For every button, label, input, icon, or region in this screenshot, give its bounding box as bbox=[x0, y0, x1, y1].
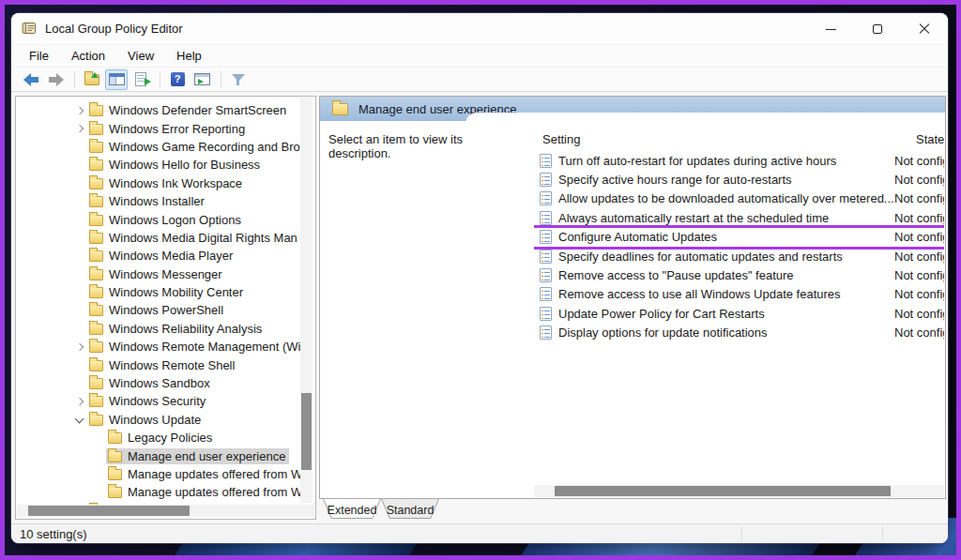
setting-row[interactable]: Update Power Policy for Cart Restarts No… bbox=[534, 304, 944, 323]
menu-action[interactable]: Action bbox=[60, 46, 116, 66]
setting-row[interactable]: Allow updates to be downloaded automatic… bbox=[534, 189, 944, 208]
tree-item[interactable]: Windows Sandbox bbox=[16, 374, 315, 392]
tree-item[interactable]: Windows Update bbox=[16, 411, 315, 429]
toolbar-forward-button[interactable] bbox=[44, 69, 67, 90]
toolbar-back-button[interactable] bbox=[20, 69, 42, 90]
menu-help[interactable]: Help bbox=[165, 46, 213, 66]
tree-item[interactable]: Windows Hello for Business bbox=[16, 156, 315, 174]
tree-item[interactable]: Windows Remote Management (Wi bbox=[16, 338, 315, 356]
chevron-icon[interactable] bbox=[72, 341, 87, 354]
chevron-icon[interactable] bbox=[91, 468, 106, 481]
tree-item-label: Windows Update bbox=[109, 413, 201, 427]
chevron-icon[interactable] bbox=[91, 486, 106, 499]
setting-row[interactable]: Remove access to "Pause updates" feature… bbox=[534, 265, 944, 284]
tree-item-label: Manage end user experience bbox=[128, 449, 285, 463]
chevron-icon[interactable] bbox=[72, 395, 87, 408]
toolbar-up-folder-button[interactable] bbox=[81, 69, 103, 90]
tree-item[interactable]: Windows PowerShell bbox=[16, 301, 315, 319]
chevron-icon[interactable] bbox=[72, 322, 87, 335]
tree-item[interactable]: Windows Ink Workspace bbox=[16, 174, 315, 192]
close-button[interactable] bbox=[901, 13, 948, 45]
tab-standard[interactable]: Standard bbox=[381, 499, 439, 519]
setting-row[interactable]: Specify active hours range for auto-rest… bbox=[534, 170, 944, 189]
tree-item[interactable]: Windows Reliability Analysis bbox=[16, 320, 315, 338]
chevron-icon[interactable] bbox=[72, 140, 87, 153]
maximize-icon bbox=[873, 24, 882, 34]
tree-item[interactable]: Windows Defender SmartScreen bbox=[16, 101, 315, 119]
minimize-button[interactable] bbox=[807, 13, 854, 45]
chevron-icon[interactable] bbox=[72, 413, 87, 426]
chevron-icon[interactable] bbox=[72, 213, 87, 226]
setting-state: Not configured bbox=[894, 230, 944, 244]
tree-item[interactable]: Windows Messenger bbox=[16, 265, 315, 283]
folder-icon bbox=[89, 105, 103, 116]
results-pane: Manage end user experience Select an ite… bbox=[319, 96, 946, 520]
chevron-icon[interactable] bbox=[72, 122, 87, 135]
tree-item[interactable]: Windows Media Digital Rights Man bbox=[16, 229, 315, 247]
chevron-icon[interactable] bbox=[72, 304, 87, 317]
chevron-icon[interactable] bbox=[91, 431, 106, 445]
tree-item[interactable]: Windows Error Reporting bbox=[16, 119, 315, 137]
tree-item[interactable]: Manage updates offered from W bbox=[16, 465, 315, 483]
setting-row[interactable]: Specify deadlines for automatic updates … bbox=[534, 247, 944, 265]
gpedit-window: Local Group Policy Editor FileActionView… bbox=[11, 13, 948, 543]
setting-row[interactable]: Remove access to use all Windows Update … bbox=[534, 285, 944, 304]
menu-view[interactable]: View bbox=[116, 46, 165, 66]
tree-item[interactable]: Windows Security bbox=[16, 392, 315, 410]
tree-item[interactable]: Windows Mobility Center bbox=[16, 283, 315, 301]
tree-scrollbar-horizontal[interactable] bbox=[17, 505, 314, 517]
tree-item[interactable]: Windows Game Recording and Broa bbox=[16, 138, 315, 156]
tree-item-label: Windows Media Digital Rights Man bbox=[109, 231, 297, 245]
chevron-icon[interactable] bbox=[72, 267, 87, 280]
folder-icon bbox=[89, 215, 103, 226]
chevron-icon[interactable] bbox=[72, 358, 87, 371]
chevron-icon[interactable] bbox=[72, 104, 87, 117]
toolbar-export-list-button[interactable] bbox=[130, 69, 152, 90]
list-scrollbar-horizontal[interactable] bbox=[534, 485, 944, 497]
maximize-button[interactable] bbox=[854, 13, 901, 45]
tree-item[interactable]: Legacy Policies bbox=[16, 429, 315, 446]
export-list-icon bbox=[135, 72, 146, 86]
tree-item[interactable]: Windows Installer bbox=[16, 192, 315, 210]
tree-item-label: Windows Logon Options bbox=[109, 213, 241, 227]
column-header-setting[interactable]: Setting bbox=[542, 132, 580, 146]
title-bar: Local Group Policy Editor bbox=[11, 13, 948, 45]
tree-item[interactable]: Windows Media Player bbox=[16, 247, 315, 265]
tab-extended[interactable]: Extended bbox=[323, 499, 381, 519]
tree-vertical-scroll-thumb[interactable] bbox=[301, 393, 312, 470]
tree-item-label: Windows Installer bbox=[109, 194, 205, 208]
folder-icon bbox=[89, 196, 103, 207]
chevron-icon[interactable] bbox=[91, 449, 106, 462]
column-header-state[interactable]: State bbox=[916, 132, 944, 146]
folder-icon bbox=[89, 360, 103, 371]
chevron-icon[interactable] bbox=[72, 250, 87, 263]
tree-item-label: Windows Media Player bbox=[109, 249, 233, 263]
setting-label: Specify deadlines for automatic updates … bbox=[558, 250, 843, 264]
toolbar-help-button[interactable] bbox=[166, 69, 189, 90]
chevron-icon[interactable] bbox=[72, 377, 87, 390]
tree-scrollbar-vertical[interactable] bbox=[300, 98, 313, 503]
setting-row[interactable]: Configure Automatic Updates Not configur… bbox=[534, 228, 944, 247]
menu-file[interactable]: File bbox=[18, 46, 60, 66]
chevron-icon[interactable] bbox=[72, 176, 87, 189]
toolbar-filter-button[interactable] bbox=[227, 69, 250, 90]
tree-item[interactable]: Manage updates offered from W bbox=[16, 483, 315, 501]
folder-icon bbox=[89, 324, 103, 335]
tree-horizontal-scroll-thumb[interactable] bbox=[28, 506, 190, 516]
policy-setting-icon bbox=[540, 230, 552, 244]
tree-item[interactable]: Manage end user experience bbox=[16, 446, 315, 464]
setting-row[interactable]: Turn off auto-restart for updates during… bbox=[534, 151, 944, 170]
chevron-icon[interactable] bbox=[72, 286, 87, 299]
chevron-icon[interactable] bbox=[72, 159, 87, 172]
list-horizontal-scroll-thumb[interactable] bbox=[555, 486, 891, 496]
setting-row[interactable]: Always automatically restart at the sche… bbox=[534, 208, 944, 227]
folder-icon bbox=[89, 287, 103, 298]
tree-item[interactable]: Windows Logon Options bbox=[16, 210, 315, 228]
tree-item[interactable]: Windows Remote Shell bbox=[16, 356, 315, 373]
chevron-icon[interactable] bbox=[72, 231, 87, 244]
policy-setting-icon bbox=[540, 154, 552, 168]
setting-row[interactable]: Display options for update notifications… bbox=[534, 324, 944, 342]
chevron-icon[interactable] bbox=[72, 195, 87, 208]
toolbar-console-tree-button[interactable] bbox=[105, 69, 128, 90]
toolbar-action-pane-button[interactable] bbox=[191, 69, 213, 90]
